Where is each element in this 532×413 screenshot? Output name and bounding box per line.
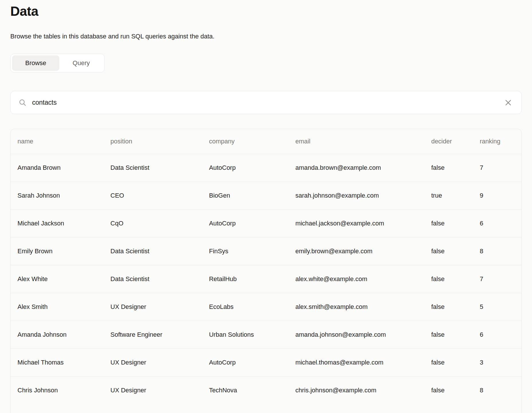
table-row: Sarah JohnsonCEOBioGensarah.johnson@exam… [11, 182, 521, 209]
cell-name: Alex Smith [11, 293, 103, 321]
cell-ranking: 9 [473, 182, 521, 209]
column-header-company: company [202, 129, 288, 154]
column-header-email: email [288, 129, 424, 154]
table-row: Chris JohnsonUX DesignerTechNovachris.jo… [11, 376, 521, 404]
cell-ranking: 8 [473, 376, 521, 404]
cell-email: alex.smith@example.com [288, 293, 424, 321]
cell-ranking: 5 [473, 293, 521, 321]
cell-ranking: 6 [473, 321, 521, 348]
cell-company: BioGen [202, 182, 288, 209]
cell-decider: false [424, 209, 473, 237]
table-search-box[interactable] [10, 91, 522, 114]
cell-name: Emily Brown [11, 237, 103, 265]
cell-position: Software Engineer [103, 321, 202, 348]
cell-company: AutoCorp [202, 154, 288, 182]
table-row: Amanda BrownData ScientistAutoCorpamanda… [11, 154, 521, 182]
column-header-position: position [103, 129, 202, 154]
cell-name: Amanda Brown [11, 154, 103, 182]
column-header-ranking: ranking [473, 129, 521, 154]
table-body: Amanda BrownData ScientistAutoCorpamanda… [11, 154, 521, 404]
close-icon [504, 99, 512, 107]
search-icon [19, 99, 26, 106]
column-header-name: name [11, 129, 103, 154]
cell-company: AutoCorp [202, 348, 288, 376]
cell-email: chris.johnson@example.com [288, 376, 424, 404]
data-page: Data Browse the tables in this database … [0, 0, 532, 413]
table-row: Amanda JohnsonSoftware EngineerUrban Sol… [11, 321, 521, 348]
cell-name: Amanda Johnson [11, 321, 103, 348]
cell-email: emily.brown@example.com [288, 237, 424, 265]
contacts-table: name position company email decider rank… [11, 129, 521, 404]
cell-position: UX Designer [103, 376, 202, 404]
cell-email: alex.white@example.com [288, 265, 424, 293]
cell-position: CEO [103, 182, 202, 209]
cell-ranking: 3 [473, 348, 521, 376]
cell-name: Chris Johnson [11, 376, 103, 404]
cell-email: sarah.johnson@example.com [288, 182, 424, 209]
page-title: Data [10, 5, 522, 18]
cell-decider: false [424, 237, 473, 265]
cell-company: TechNova [202, 376, 288, 404]
table-spacer [11, 404, 521, 413]
clear-search-button[interactable] [502, 97, 514, 108]
cell-decider: false [424, 348, 473, 376]
cell-position: Data Scientist [103, 154, 202, 182]
cell-company: RetailHub [202, 265, 288, 293]
search-input[interactable] [32, 91, 502, 114]
cell-decider: false [424, 321, 473, 348]
table-card: name position company email decider rank… [10, 129, 522, 413]
cell-name: Alex White [11, 265, 103, 293]
column-header-decider: decider [424, 129, 473, 154]
cell-decider: false [424, 293, 473, 321]
cell-position: UX Designer [103, 348, 202, 376]
tab-browse[interactable]: Browse [12, 55, 59, 71]
cell-position: Data Scientist [103, 265, 202, 293]
cell-ranking: 6 [473, 209, 521, 237]
cell-position: UX Designer [103, 293, 202, 321]
cell-decider: false [424, 154, 473, 182]
cell-company: AutoCorp [202, 209, 288, 237]
cell-email: michael.jackson@example.com [288, 209, 424, 237]
table-row: Michael ThomasUX DesignerAutoCorpmichael… [11, 348, 521, 376]
table-row: Alex SmithUX DesignerEcoLabsalex.smith@e… [11, 293, 521, 321]
cell-decider: true [424, 182, 473, 209]
cell-ranking: 7 [473, 154, 521, 182]
cell-name: Michael Jackson [11, 209, 103, 237]
cell-name: Michael Thomas [11, 348, 103, 376]
page-subtitle: Browse the tables in this database and r… [10, 33, 522, 40]
cell-ranking: 7 [473, 265, 521, 293]
table-row: Michael JacksonCqOAutoCorpmichael.jackso… [11, 209, 521, 237]
cell-decider: false [424, 265, 473, 293]
browse-query-tab-group: Browse Query [10, 54, 105, 73]
cell-email: amanda.brown@example.com [288, 154, 424, 182]
cell-email: amanda.johnson@example.com [288, 321, 424, 348]
cell-company: EcoLabs [202, 293, 288, 321]
cell-position: Data Scientist [103, 237, 202, 265]
table-row: Alex WhiteData ScientistRetailHubalex.wh… [11, 265, 521, 293]
cell-position: CqO [103, 209, 202, 237]
table-row: Emily BrownData ScientistFinSysemily.bro… [11, 237, 521, 265]
cell-decider: false [424, 376, 473, 404]
cell-company: Urban Solutions [202, 321, 288, 348]
cell-name: Sarah Johnson [11, 182, 103, 209]
cell-company: FinSys [202, 237, 288, 265]
cell-email: michael.thomas@example.com [288, 348, 424, 376]
tab-query[interactable]: Query [59, 55, 103, 71]
table-header: name position company email decider rank… [11, 129, 521, 154]
cell-ranking: 8 [473, 237, 521, 265]
